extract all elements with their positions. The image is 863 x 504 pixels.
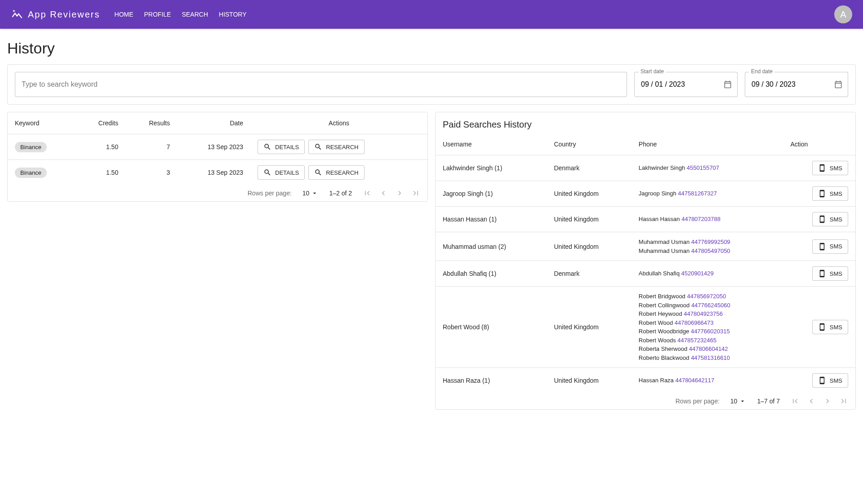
rows-per-page-select[interactable]: 10 bbox=[730, 398, 747, 405]
pager-first[interactable] bbox=[363, 189, 372, 198]
phone-cell: Muhammad Usman 447769992509Muhammad Usma… bbox=[632, 232, 783, 261]
pager-prev[interactable] bbox=[807, 397, 816, 406]
phone-entry: Roberta Sherwood 447806604142 bbox=[639, 345, 776, 354]
table-row: Hassan Raza (1) United Kingdom Hassan Ra… bbox=[436, 368, 855, 393]
phone-entry: Roberto Blackwood 447581316610 bbox=[639, 354, 776, 363]
table-row: Muhammad usman (2) United Kingdom Muhamm… bbox=[436, 232, 855, 261]
phone-cell: Lakhwinder Singh 4550155707 bbox=[632, 155, 783, 181]
pager-next[interactable] bbox=[823, 397, 832, 406]
phone-entry: Jagroop Singh 447581267327 bbox=[639, 189, 776, 198]
table-row: Binance 1.50 3 13 Sep 2023 DETAILS RESEA… bbox=[8, 160, 427, 186]
phone-cell: Hassan Raza 447804642117 bbox=[632, 368, 783, 393]
pager-next[interactable] bbox=[395, 189, 404, 198]
sms-button[interactable]: SMS bbox=[812, 161, 848, 175]
phone-number[interactable]: 447806604142 bbox=[689, 345, 728, 352]
phone-number[interactable]: 4520901429 bbox=[681, 270, 713, 277]
country-cell: United Kingdom bbox=[547, 232, 631, 261]
country-cell: United Kingdom bbox=[547, 368, 631, 393]
col-country: Country bbox=[547, 133, 631, 155]
col-username: Username bbox=[436, 133, 547, 155]
username-cell: Jagroop Singh (1) bbox=[436, 181, 547, 207]
col-date: Date bbox=[177, 112, 250, 134]
nav-profile[interactable]: PROFILE bbox=[141, 8, 175, 21]
phone-number[interactable]: 447857232465 bbox=[677, 337, 716, 344]
rows-per-page-select[interactable]: 10 bbox=[302, 190, 319, 197]
phone-entry: Lakhwinder Singh 4550155707 bbox=[639, 164, 776, 172]
col-credits: Credits bbox=[76, 112, 126, 134]
phone-number[interactable]: 4550155707 bbox=[687, 164, 719, 171]
username-cell: Hassan Raza (1) bbox=[436, 368, 547, 393]
nav-history[interactable]: HISTORY bbox=[215, 8, 250, 21]
col-results: Results bbox=[125, 112, 177, 134]
rows-per-page-label: Rows per page: bbox=[676, 398, 720, 405]
phone-number[interactable]: 447581267327 bbox=[678, 190, 717, 197]
table-row: Jagroop Singh (1) United Kingdom Jagroop… bbox=[436, 181, 855, 207]
phone-entry: Abdullah Shafiq 4520901429 bbox=[639, 269, 776, 278]
rows-per-page-label: Rows per page: bbox=[248, 190, 292, 197]
sms-button[interactable]: SMS bbox=[812, 239, 848, 254]
phone-entry: Robert Wood 447806966473 bbox=[639, 318, 776, 327]
phone-entry: Hassan Hassan 447807203788 bbox=[639, 215, 776, 224]
username-cell: Lakhwinder Singh (1) bbox=[436, 155, 547, 181]
phone-number[interactable]: 447581316610 bbox=[691, 354, 730, 361]
keyword-pager: Rows per page: 10 1–2 of 2 bbox=[8, 185, 427, 201]
pager-first[interactable] bbox=[791, 397, 800, 406]
phone-number[interactable]: 447804923756 bbox=[684, 310, 723, 317]
pager-last[interactable] bbox=[411, 189, 420, 198]
search-input[interactable] bbox=[15, 72, 627, 97]
phone-number[interactable]: 447766020315 bbox=[691, 328, 730, 335]
phone-number[interactable]: 447766245060 bbox=[691, 302, 730, 309]
phone-number[interactable]: 447807203788 bbox=[681, 216, 721, 222]
phone-cell: Abdullah Shafiq 4520901429 bbox=[632, 261, 783, 287]
credits-cell: 1.50 bbox=[76, 134, 126, 160]
username-cell: Abdullah Shafiq (1) bbox=[436, 261, 547, 287]
brand-name: App Reviewers bbox=[28, 9, 100, 20]
details-button[interactable]: DETAILS bbox=[258, 165, 305, 180]
chevron-down-icon bbox=[311, 190, 318, 197]
research-button[interactable]: RESEARCH bbox=[308, 165, 364, 180]
end-date-label: End date bbox=[749, 68, 774, 75]
phone-number[interactable]: 447805497050 bbox=[691, 248, 730, 254]
phone-number[interactable]: 447806966473 bbox=[675, 319, 714, 326]
phone-number[interactable]: 447856972050 bbox=[687, 293, 726, 300]
end-date-input[interactable] bbox=[745, 72, 848, 97]
start-date-input[interactable] bbox=[634, 72, 738, 97]
paid-table: Username Country Phone Action Lakhwinder… bbox=[436, 133, 855, 393]
pager-prev[interactable] bbox=[379, 189, 388, 198]
phone-number[interactable]: 447769992509 bbox=[691, 239, 730, 245]
paid-title: Paid Searches History bbox=[436, 119, 855, 133]
phone-cell: Hassan Hassan 447807203788 bbox=[632, 207, 783, 232]
sms-button[interactable]: SMS bbox=[812, 266, 848, 281]
col-actions: Actions bbox=[250, 112, 427, 134]
results-cell: 7 bbox=[125, 134, 177, 160]
country-cell: United Kingdom bbox=[547, 181, 631, 207]
date-cell: 13 Sep 2023 bbox=[177, 160, 250, 186]
sms-button[interactable]: SMS bbox=[812, 212, 848, 226]
col-action: Action bbox=[783, 133, 855, 155]
phone-entry: Robert Collingwood 447766245060 bbox=[639, 301, 776, 310]
navbar: App Reviewers HOME PROFILE SEARCH HISTOR… bbox=[0, 0, 863, 29]
phone-number[interactable]: 447804642117 bbox=[675, 377, 714, 384]
research-button[interactable]: RESEARCH bbox=[308, 140, 364, 154]
date-cell: 13 Sep 2023 bbox=[177, 134, 250, 160]
phone-entry: Robert Woods 447857232465 bbox=[639, 336, 776, 345]
keyword-chip: Binance bbox=[15, 168, 47, 178]
pager-range: 1–2 of 2 bbox=[329, 190, 352, 197]
details-button[interactable]: DETAILS bbox=[258, 140, 305, 154]
paid-searches-card: Paid Searches History Username Country P… bbox=[435, 112, 856, 410]
phone-cell: Robert Bridgwood 447856972050Robert Coll… bbox=[632, 287, 783, 368]
phone-entry: Muhammad Usman 447805497050 bbox=[639, 247, 776, 256]
sms-button[interactable]: SMS bbox=[812, 320, 848, 334]
logo-icon bbox=[11, 8, 23, 21]
nav-home[interactable]: HOME bbox=[111, 8, 137, 21]
table-row: Binance 1.50 7 13 Sep 2023 DETAILS RESEA… bbox=[8, 134, 427, 160]
sms-button[interactable]: SMS bbox=[812, 373, 848, 388]
nav-search[interactable]: SEARCH bbox=[178, 8, 211, 21]
keyword-history-card: Keyword Credits Results Date Actions Bin… bbox=[7, 112, 428, 202]
phone-entry: Hassan Raza 447804642117 bbox=[639, 376, 776, 385]
pager-last[interactable] bbox=[839, 397, 848, 406]
sms-button[interactable]: SMS bbox=[812, 186, 848, 201]
avatar[interactable]: A bbox=[834, 5, 852, 23]
username-cell: Robert Wood (8) bbox=[436, 287, 547, 368]
chevron-down-icon bbox=[739, 398, 746, 405]
